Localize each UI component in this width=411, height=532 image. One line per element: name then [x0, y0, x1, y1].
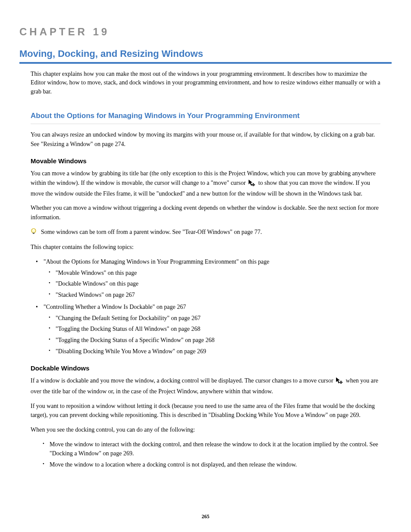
sub-topics-b: "Changing the Default Setting for Dockab… — [44, 314, 380, 356]
movable-para-1: You can move a window by grabbing its ti… — [31, 169, 380, 198]
resize-text-3: on page 274. — [93, 141, 125, 147]
topic-item: "About the Options for Managing Windows … — [36, 257, 380, 300]
movable-para-2: Whether you can move a window without tr… — [31, 203, 380, 222]
sub-topics-a: "Movable Windows" on this page "Dockable… — [44, 268, 380, 300]
chapter-rule — [19, 62, 392, 64]
movable-subhead: Movable Windows — [31, 157, 380, 165]
move-cursor-icon — [248, 179, 256, 189]
topic-suffix: on — [240, 258, 248, 265]
chapter-label: CHAPTER 19 — [19, 26, 392, 38]
svg-point-5 — [33, 229, 34, 230]
dock-action-item: Move the window to interact with the doc… — [43, 440, 380, 458]
dockable-subhead: Dockable Windows — [31, 364, 380, 372]
intro-paragraph: This chapter explains how you can make t… — [31, 70, 380, 96]
tip-lightbulb-icon — [31, 227, 37, 236]
resize-link[interactable]: "Resizing a Window" — [41, 141, 93, 147]
page: CHAPTER 19 Moving, Docking, and Resizing… — [0, 0, 411, 532]
resize-paragraph: You can always resize an undocked window… — [31, 130, 380, 149]
topic-link[interactable]: "Controlling Whether a Window Is Dockabl… — [44, 304, 186, 310]
svg-rect-4 — [33, 233, 34, 234]
sub-topic[interactable]: "Toggling the Docking Status of a Specif… — [49, 336, 380, 345]
topics-intro: This chapter contains the following topi… — [31, 243, 380, 252]
sub-topic[interactable]: "Disabling Docking While You Move a Wind… — [49, 347, 380, 356]
sub-topic[interactable]: "Movable Windows" on this page — [49, 268, 380, 278]
tip-row: Some windows can be torn off from a pare… — [31, 227, 380, 237]
dockable-text-a: If a window is dockable and you move the… — [31, 377, 335, 384]
dock-action-item: Move the window to a location where a do… — [43, 460, 380, 470]
topic-link[interactable]: "About the Options for Managing Windows … — [44, 258, 239, 265]
body-column: This chapter explains how you can make t… — [19, 70, 392, 470]
dockable-para-2: If you want to reposition a window witho… — [31, 401, 380, 420]
dockable-para-3: When you see the docking control, you ca… — [31, 425, 380, 435]
sub-topic[interactable]: "Changing the Default Setting for Dockab… — [49, 314, 380, 323]
tip-text: Some windows can be torn off from a pare… — [41, 227, 262, 237]
topics-list: "About the Options for Managing Windows … — [31, 257, 380, 356]
sub-topic[interactable]: "Dockable Windows" on this page — [49, 279, 380, 289]
page-number: 265 — [0, 513, 411, 520]
section-title: About the Options for Managing Windows i… — [31, 112, 380, 124]
topic-page: this page — [248, 258, 269, 265]
topic-item: "Controlling Whether a Window Is Dockabl… — [36, 302, 380, 356]
chapter-title: Moving, Docking, and Resizing Windows — [19, 48, 392, 59]
dockable-para-1: If a window is dockable and you move the… — [31, 376, 380, 396]
sub-topic[interactable]: "Stacked Windows" on page 267 — [49, 290, 380, 300]
move-cursor-icon — [336, 377, 343, 387]
svg-marker-6 — [336, 377, 340, 383]
sub-topic[interactable]: "Toggling the Docking Status of All Wind… — [49, 324, 380, 334]
dock-actions-list: Move the window to interact with the doc… — [31, 440, 380, 470]
